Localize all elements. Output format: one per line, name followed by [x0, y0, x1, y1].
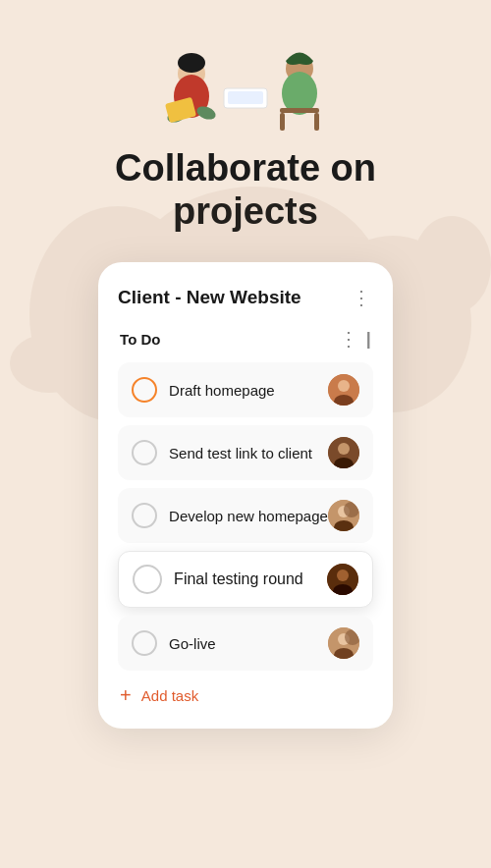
hero-illustration: [157, 29, 334, 137]
project-card: Client - New Website ⋮ To Do ⋮ | Draft h…: [98, 262, 393, 729]
card-header: Client - New Website ⋮: [118, 286, 373, 309]
task-list: Draft homepage Send test link to client: [118, 362, 373, 671]
svg-point-28: [344, 502, 359, 517]
task-item[interactable]: Go-live: [118, 616, 373, 671]
hero-section: Collaborate on projects Client - New Web…: [0, 0, 491, 729]
card-menu-icon[interactable]: ⋮: [352, 286, 373, 309]
task-item[interactable]: Draft homepage: [118, 362, 373, 417]
task-checkbox[interactable]: [132, 630, 157, 656]
card-title: Client - New Website: [118, 287, 301, 308]
task-checkbox[interactable]: [132, 440, 157, 465]
task-checkbox[interactable]: [133, 565, 162, 594]
svg-rect-18: [314, 113, 319, 131]
section-header: To Do ⋮ |: [118, 327, 373, 351]
task-label: Go-live: [169, 635, 216, 652]
task-label: Final testing round: [174, 570, 303, 588]
section-title: To Do: [120, 331, 160, 348]
svg-point-6: [178, 53, 205, 73]
section-menu-icon[interactable]: ⋮: [339, 327, 358, 351]
avatar: [327, 564, 358, 595]
section-actions: ⋮ |: [339, 327, 371, 351]
svg-rect-10: [165, 97, 196, 124]
add-task-label: Add task: [141, 687, 198, 704]
avatar: [328, 627, 359, 659]
avatar: [328, 500, 359, 531]
task-label: Send test link to client: [169, 445, 312, 461]
task-item[interactable]: Send test link to client: [118, 425, 373, 480]
add-task-button[interactable]: + Add task: [118, 671, 373, 709]
task-item[interactable]: Develop new homepage: [118, 488, 373, 543]
plus-icon: +: [120, 684, 132, 707]
task-checkbox[interactable]: [132, 503, 157, 528]
task-item-highlighted[interactable]: Final testing round: [118, 551, 373, 608]
svg-point-23: [338, 443, 350, 455]
main-headline: Collaborate on projects: [76, 147, 415, 233]
svg-point-30: [337, 570, 349, 581]
avatar: [328, 374, 359, 406]
avatar: [328, 437, 359, 468]
svg-rect-17: [280, 113, 285, 131]
svg-rect-16: [280, 108, 319, 113]
section-expand-icon[interactable]: |: [366, 329, 371, 350]
task-label: Draft homepage: [169, 382, 275, 399]
task-checkbox[interactable]: [132, 377, 157, 403]
task-label: Develop new homepage: [169, 508, 328, 524]
svg-point-20: [338, 380, 350, 392]
svg-rect-13: [228, 91, 263, 104]
